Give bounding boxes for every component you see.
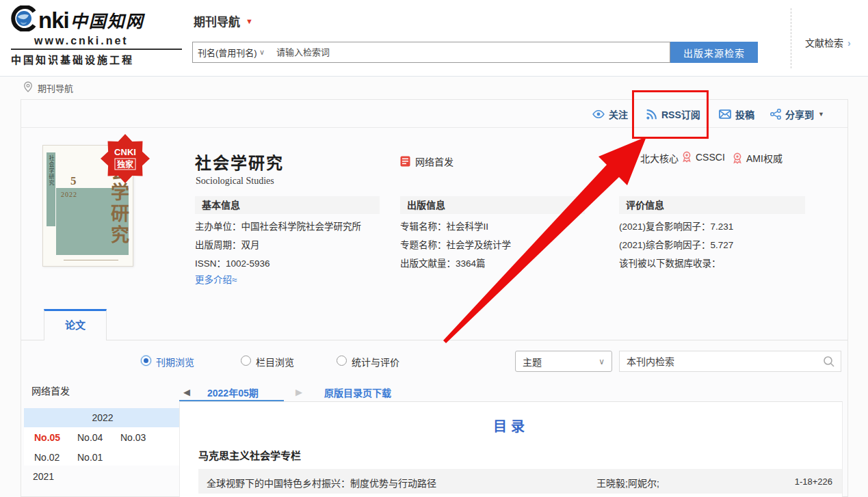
in-journal-search — [619, 351, 841, 372]
info-row-album: 专辑名称：社会科学II — [400, 219, 488, 232]
original-toc-download-link[interactable]: 原版目录页下载 — [324, 386, 391, 399]
caret-down-icon: ▼ — [818, 111, 824, 118]
search-input[interactable] — [269, 42, 670, 63]
info-row-comprehensive-if: (2021)综合影响因子：5.727 — [619, 237, 733, 251]
header: nki 中国知网 www.cnki.net 中国知识基础设施工程 期刊导航 ▼ … — [0, 0, 868, 77]
eye-icon — [592, 109, 605, 119]
logo-url: www.cnki.net — [34, 35, 182, 47]
issue-no02[interactable]: No.02 — [34, 452, 60, 463]
issue-no03[interactable]: No.03 — [120, 432, 146, 443]
magnifier-icon[interactable] — [823, 355, 835, 368]
chevron-right-icon: › — [847, 38, 851, 49]
eval-info-header: 评价信息 — [619, 196, 805, 214]
current-issue-tab[interactable]: 2022年05期 — [207, 386, 259, 399]
follow-button[interactable]: 关注 — [592, 107, 628, 121]
badge-peking-core: 北大核心 — [640, 151, 679, 165]
issue-no05[interactable]: No.05 — [34, 432, 60, 443]
next-issue-arrow-icon[interactable]: ▶ — [295, 387, 302, 397]
prev-issue-arrow-icon[interactable]: ◀ — [183, 387, 190, 397]
svg-text:CNKI: CNKI — [114, 147, 136, 157]
cover-strip-title: 社会学研究 — [47, 155, 55, 186]
radio-stats-eval-label[interactable]: 统计与评价 — [352, 355, 399, 368]
radio-issue-browse-label[interactable]: 刊期浏览 — [156, 355, 194, 368]
issue-no04[interactable]: No.04 — [77, 432, 103, 443]
red-triangle-down-icon: ▼ — [246, 17, 253, 25]
publish-info-header: 出版信息 — [400, 196, 585, 214]
issue-no01[interactable]: No.01 — [77, 452, 103, 463]
toc-title: 目录 — [179, 416, 843, 435]
badge-ami: AMI权威 — [732, 151, 782, 165]
logo-slogan: 中国知识基础设施工程 — [11, 49, 182, 66]
journal-subtitle: Sociological Studies — [196, 176, 274, 187]
info-row-topic: 专题名称：社会学及统计学 — [400, 237, 511, 251]
radio-column-browse-label[interactable]: 栏目浏览 — [256, 355, 294, 368]
article-pages: 1-18+226 — [795, 476, 832, 487]
share-icon — [770, 109, 781, 120]
radio-column-browse[interactable] — [241, 355, 251, 366]
current-issue-underline — [179, 400, 284, 401]
info-row-frequency: 出版周期：双月 — [195, 237, 260, 251]
breadcrumb: 期刊导航 — [23, 81, 73, 94]
journal-nav-title[interactable]: 期刊导航 ▼ — [194, 12, 253, 29]
radio-issue-browse[interactable] — [141, 355, 151, 366]
more-intro-link[interactable]: 更多介绍≈ — [195, 272, 237, 286]
rss-subscribe-button[interactable]: RSS订阅 — [646, 107, 700, 121]
online-first-flag: 网络首发 — [400, 155, 453, 168]
cnki-journal-page: nki 中国知网 www.cnki.net 中国知识基础设施工程 期刊导航 ▼ … — [0, 0, 868, 497]
search-field-select[interactable]: 刊名(曾用刊名) ∨ — [192, 42, 270, 63]
logo-nki-text: nki — [38, 9, 69, 31]
cover-year: 2022 — [61, 191, 77, 198]
cnki-logo[interactable]: nki 中国知网 www.cnki.net 中国知识基础设施工程 — [11, 5, 182, 66]
info-row-sponsor: 主办单位：中国社会科学院社会学研究所 — [195, 219, 361, 232]
journal-title: 社会学研究 — [195, 150, 284, 174]
info-row-doc-count: 出版文献量：3364篇 — [400, 256, 486, 269]
medal-icon — [681, 151, 692, 163]
article-title[interactable]: 全球视野下的中国特色乡村振兴：制度优势与行动路径 — [207, 476, 436, 489]
medal-icon — [732, 152, 743, 164]
info-row-indexed-by: 该刊被以下数据库收录： — [619, 256, 721, 269]
sidebar-year-2021[interactable]: 2021 — [33, 471, 54, 482]
badge-cssci: CSSCI — [681, 151, 725, 163]
sidebar-year-2022[interactable]: 2022 — [24, 408, 181, 427]
chevron-down-icon: ∨ — [599, 357, 605, 366]
envelope-icon — [719, 109, 731, 119]
sidebar-online-first[interactable]: 网络首发 — [31, 384, 70, 397]
dashed-divider — [791, 8, 791, 68]
cover-footer-line — [64, 260, 118, 260]
article-row[interactable]: 全球视野下的中国特色乡村振兴：制度优势与行动路径 王晓毅;阿妮尔; 1-18+2… — [198, 469, 842, 494]
logo-brand-cn: 中国知网 — [70, 8, 144, 32]
basic-info-header: 基本信息 — [195, 196, 380, 214]
share-button[interactable]: 分享到 ▼ — [770, 107, 824, 121]
document-icon — [400, 156, 410, 167]
tab-papers[interactable]: 论文 — [44, 309, 107, 340]
double-wave-icon: ≈ — [232, 275, 237, 285]
radio-stats-eval[interactable] — [337, 355, 347, 366]
submit-manuscript-button[interactable]: 投稿 — [719, 107, 754, 121]
tab-divider — [21, 340, 847, 340]
article-authors[interactable]: 王晓毅;阿妮尔; — [596, 476, 659, 489]
svg-text:独家: 独家 — [116, 159, 134, 170]
topic-select[interactable]: 主题 ∨ — [515, 351, 612, 372]
chevron-down-icon: ∨ — [259, 48, 265, 57]
toc-section-title: 马克思主义社会学专栏 — [198, 448, 301, 462]
info-row-composite-if: (2021)复合影响因子：7.231 — [619, 219, 733, 232]
info-row-issn: ISSN：1002-5936 — [195, 256, 270, 269]
literature-search-link[interactable]: 文献检索› — [805, 36, 851, 49]
action-bar-divider — [21, 127, 847, 128]
rss-icon — [646, 109, 657, 120]
breadcrumb-label: 期刊导航 — [38, 81, 73, 94]
in-journal-search-input[interactable] — [620, 351, 811, 371]
cover-issue-number: 5 — [70, 174, 77, 188]
location-pin-icon — [23, 81, 33, 94]
publication-search-button[interactable]: 出版来源检索 — [670, 42, 758, 63]
cnki-exclusive-badge: CNKI 独家 — [101, 134, 150, 186]
globe-icon — [11, 5, 37, 34]
